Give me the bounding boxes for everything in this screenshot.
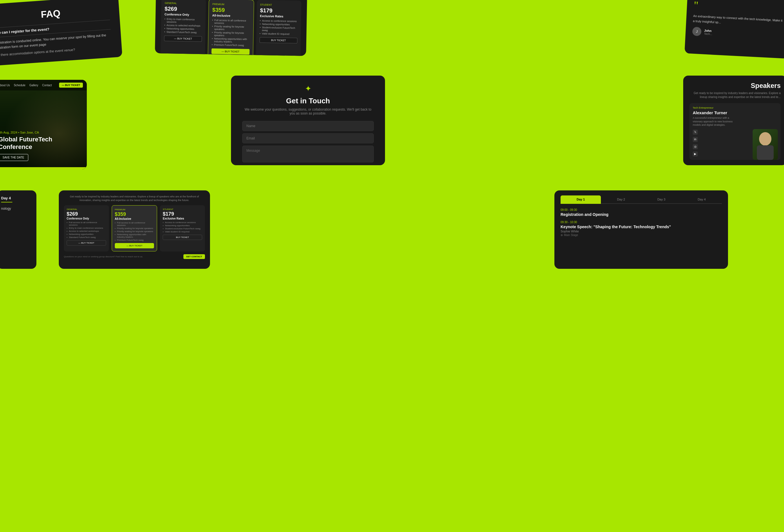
bottom-premium-badge: PREMIUM <box>115 208 154 211</box>
speakers-card: Speakers Get ready to be inspired by ind… <box>683 76 784 165</box>
general-plan-name: Conference Only <box>164 12 202 17</box>
premium-feature-3: Priority seating for keynote speakers <box>212 31 250 37</box>
svg-point-0 <box>759 132 772 146</box>
schedule-entry-2: 09:30 - 10:30 Keynote Speech: "Shaping t… <box>561 221 722 236</box>
contact-sparkle-icon: ✦ <box>242 84 374 93</box>
bottom-student-badge: STUDENT <box>163 208 202 211</box>
student-badge: STUDENT <box>260 3 298 7</box>
pricing-bottom-general: GENERAL $269 Conference Only Full access… <box>64 205 109 251</box>
instagram-icon[interactable]: ◎ <box>693 144 698 149</box>
premium-buy-button[interactable]: — BUY TICKET <box>212 49 250 55</box>
premium-feature-1: Full access to all conference sessions <box>212 19 250 25</box>
contact-form-subtitle: We welcome your questions, suggestions, … <box>242 108 374 115</box>
youtube-icon[interactable]: ▶ <box>693 151 698 157</box>
b-general-f4: Networking opportunities <box>67 233 106 235</box>
contact-message-field[interactable]: Message <box>242 146 374 162</box>
contact-name-input[interactable] <box>242 121 374 131</box>
pricing-bottom-premium: PREMIUM $359 All-Inclusive Full access t… <box>112 205 157 251</box>
day-tab-3[interactable]: Day 3 <box>641 195 681 204</box>
b-premium-f4: Networking opportunities with industry l… <box>115 233 154 238</box>
b-premium-f5: Premium FutureTech swag <box>115 239 154 241</box>
entry-1-time: 09:00 - 09:30 <box>561 208 722 212</box>
bottom-student-price: $179 <box>163 211 202 217</box>
speaker-tag-1: Tech Entrepreneur <box>693 106 737 109</box>
day-tab-4[interactable]: Day 4 <box>681 195 722 204</box>
pricing-student: STUDENT $179 Exclusive Rates Access to c… <box>256 0 302 56</box>
b-premium-f1: Full access to all conference sessions <box>115 222 154 226</box>
linkedin-icon[interactable]: in <box>693 137 698 142</box>
nav-schedule[interactable]: Schedule <box>14 84 26 87</box>
premium-feature-5: Premium FutureTech swag <box>212 44 250 47</box>
bottom-premium-name: All-Inclusive <box>115 217 154 220</box>
pricing-card-top: GENERAL $269 Conference Only Entry to ma… <box>155 0 307 56</box>
pricing-card-bottom: Get ready to be inspired by industry lea… <box>59 190 210 269</box>
hero-lime-bar <box>0 167 87 169</box>
faq-card: FAQ How can I register for the event? Re… <box>0 0 122 66</box>
pricing-premium: PREMIUM $359 All-Inclusive Full access t… <box>208 0 254 56</box>
bottom-general-badge: GENERAL <box>67 208 106 211</box>
nav-contact[interactable]: Contact <box>42 84 52 87</box>
premium-feature-2: Priority seating for keynote speakers <box>212 25 250 31</box>
b-student-f2: Networking opportunities <box>163 224 202 227</box>
day-tab-2[interactable]: Day 2 <box>601 195 641 204</box>
premium-plan-name: All-Inclusive <box>212 14 250 18</box>
student-feature-2: Networking opportunities <box>260 23 298 26</box>
speaker-card-alexander: Tech Entrepreneur Alexander Turner A suc… <box>689 103 781 160</box>
bottom-general-buy-button[interactable]: — BUY TICKET <box>67 240 106 246</box>
bottom-general-name: Conference Only <box>67 217 106 220</box>
contact-email-input[interactable] <box>242 133 374 143</box>
pricing-bottom-subtitle: Get ready to be inspired by industry lea… <box>64 195 205 202</box>
hero-buy-ticket-button[interactable]: — BUY TICKET <box>59 83 83 88</box>
entry-2-stage: Main Stage <box>561 233 722 236</box>
author-name: John <box>704 29 712 32</box>
b-general-f5: Standard FutureTech swag <box>67 236 106 239</box>
general-badge: GENERAL <box>165 2 202 5</box>
contact-form-card: ✦ Get in Touch We welcome your questions… <box>231 76 385 165</box>
schedule-item: nology <box>1 206 32 211</box>
schedule-entry-1: 09:00 - 09:30 Registration and Opening <box>561 208 722 217</box>
bottom-general-price: $269 <box>67 211 106 217</box>
pricing-general: GENERAL $269 Conference Only Entry to ma… <box>161 0 206 56</box>
student-feature-1: Access to conference sessions <box>260 19 298 23</box>
b-general-f3: Access to selected workshops <box>67 230 106 232</box>
day-tab-1[interactable]: Day 1 <box>561 195 601 204</box>
svg-rect-1 <box>757 145 774 160</box>
general-feature-1: Entry to main conference sessions <box>164 18 202 24</box>
speakers-title: Speakers <box>689 82 781 90</box>
b-premium-f3: Priority seating for keynote speakers <box>115 230 154 233</box>
quote-text: An extraordinary way to connect with the… <box>693 14 783 28</box>
pricing-bottom-student: STUDENT $179 Exclusive Rates Access to c… <box>160 205 205 251</box>
bottom-premium-buy-button[interactable]: — BUY TICKET <box>115 243 154 248</box>
bottom-premium-price: $359 <box>115 212 154 217</box>
bottom-student-buy-button[interactable]: BUY TICKET <box>163 235 202 240</box>
author-role: Tech... <box>704 32 712 35</box>
speaker-bio-1: A successful entrepreneur with a visiona… <box>693 116 737 127</box>
premium-feature-4: Networking opportunities with industry l… <box>212 37 250 44</box>
entry-2-title: Keynote Speech: "Shaping the Future: Tec… <box>561 225 722 229</box>
speaker-name-1: Alexander Turner <box>693 110 737 115</box>
entry-1-title: Registration and Opening <box>561 212 722 217</box>
schedule-left-card: Day 4 nology <box>0 190 36 269</box>
save-date-button[interactable]: SAVE THE DATE <box>0 154 28 161</box>
day-tabs: Day 1 Day 2 Day 3 Day 4 <box>561 195 722 204</box>
b-general-f1: Full access to all conference sessions <box>67 221 106 226</box>
contact-form-title: Get in Touch <box>242 96 374 105</box>
nav-gallery[interactable]: Gallery <box>29 84 38 87</box>
student-feature-3: Student-exclusive FutureTech swag <box>259 26 298 32</box>
b-student-f4: Valid student ID required <box>163 230 202 233</box>
student-price: $179 <box>260 7 298 14</box>
faq-title: FAQ <box>0 4 110 24</box>
get-contact-button-bottom[interactable]: GET CONTACT <box>184 254 205 259</box>
b-student-f3: Student-exclusive FutureTech swag <box>163 227 202 230</box>
event-date: 8th Aug, 2024 • San Jose, CA <box>0 131 87 134</box>
premium-badge: PREMIUM <box>212 3 250 6</box>
general-price: $269 <box>165 6 203 12</box>
speaker-avatar-1 <box>753 129 778 160</box>
nav-about[interactable]: About Us <box>0 84 10 87</box>
twitter-icon[interactable]: 𝕏 <box>693 130 698 135</box>
student-buy-button[interactable]: BUY TICKET <box>259 37 298 44</box>
general-buy-button[interactable]: — BUY TICKET <box>164 35 202 42</box>
student-feature-4: Valid student ID required <box>259 32 297 35</box>
day-label: Day 4 <box>1 196 32 200</box>
bottom-student-name: Exclusive Rates <box>163 217 202 220</box>
